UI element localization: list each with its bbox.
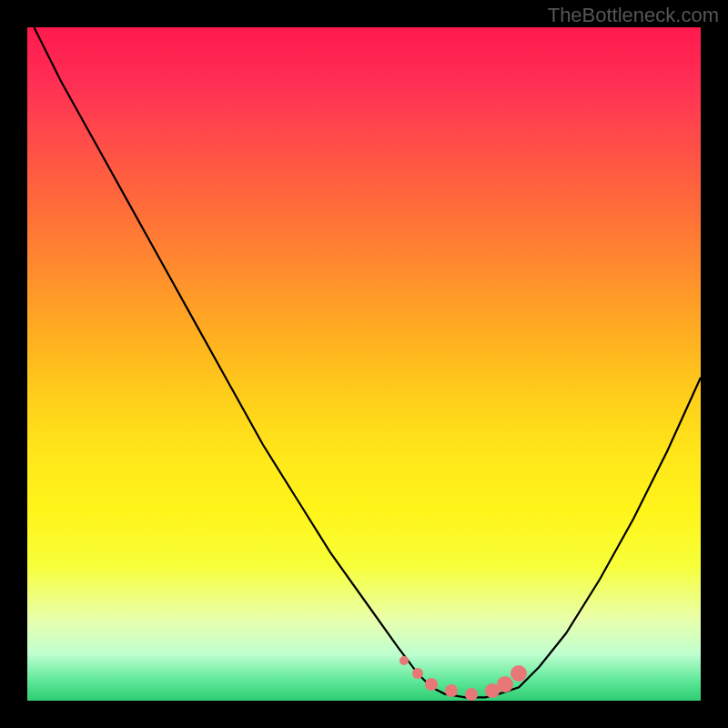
- optimal-marker: [399, 656, 409, 665]
- bottleneck-curve-path: [34, 27, 701, 697]
- watermark-text: TheBottleneck.com: [548, 4, 719, 27]
- curve-svg: [27, 27, 701, 701]
- optimal-marker: [412, 668, 423, 679]
- optimal-marker: [511, 665, 527, 682]
- optimal-marker: [425, 678, 438, 691]
- plot-area: [27, 27, 701, 701]
- optimal-marker: [445, 684, 458, 697]
- optimal-marker: [465, 688, 478, 701]
